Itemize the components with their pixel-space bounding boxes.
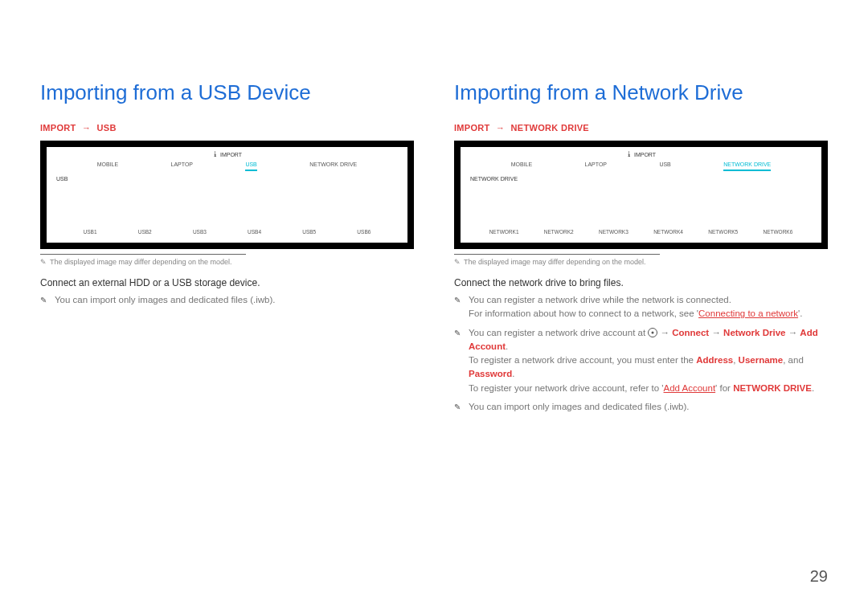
mock-item: USB1: [84, 229, 97, 235]
mock-tab: LAPTOP: [585, 161, 608, 171]
mock-tab: LAPTOP: [171, 161, 194, 171]
mock-tab: USB: [659, 161, 670, 171]
breadcrumb-arrow: →: [496, 123, 505, 133]
body-text: Connect an external HDD or a USB storage…: [40, 277, 414, 288]
download-icon: ⭳: [626, 151, 633, 157]
mock-item: NETWORK2: [544, 229, 574, 235]
mock-tab-active: NETWORK DRIVE: [723, 161, 771, 171]
mock-item: NETWORK3: [599, 229, 628, 235]
note-list: You can register a network drive while t…: [454, 293, 828, 414]
mock-tab: MOBILE: [511, 161, 532, 171]
connecting-to-network-link[interactable]: Connecting to a network: [698, 309, 798, 318]
device-mock-network: ⭳ IMPORT MOBILE LAPTOP USB NETWORK DRIVE…: [454, 141, 828, 249]
left-heading: Importing from a USB Device: [40, 80, 414, 105]
gear-icon: [648, 328, 657, 337]
mock-item: NETWORK1: [489, 229, 519, 235]
breadcrumb-part: USB: [97, 123, 117, 133]
mock-sublabel: NETWORK DRIVE: [461, 173, 821, 182]
left-breadcrumb: IMPORT → USB: [40, 123, 414, 133]
breadcrumb-part: IMPORT: [454, 123, 490, 133]
breadcrumb-arrow: →: [82, 123, 91, 133]
download-icon: ⭳: [212, 151, 219, 157]
pen-icon: ✎: [40, 259, 47, 265]
mock-tabs: MOBILE LAPTOP USB NETWORK DRIVE: [47, 157, 407, 173]
mock-items: USB1 USB2 USB3 USB4 USB5 USB6: [47, 229, 407, 235]
mock-items: NETWORK1 NETWORK2 NETWORK3 NETWORK4 NETW…: [461, 229, 821, 235]
divider: [454, 254, 660, 255]
page-number: 29: [810, 567, 828, 586]
footnote: ✎ The displayed image may differ dependi…: [454, 258, 828, 266]
breadcrumb-part: IMPORT: [40, 123, 76, 133]
mock-import-label: ⭳ IMPORT: [47, 147, 407, 157]
mock-import-label: ⭳ IMPORT: [461, 147, 821, 157]
mock-item: NETWORK6: [763, 229, 792, 235]
device-mock-usb: ⭳ IMPORT MOBILE LAPTOP USB NETWORK DRIVE…: [40, 141, 414, 249]
mock-tab-active: USB: [245, 161, 256, 171]
mock-tab: MOBILE: [97, 161, 118, 171]
right-heading: Importing from a Network Drive: [454, 80, 828, 105]
mock-item: USB4: [248, 229, 261, 235]
pen-icon: ✎: [454, 259, 461, 265]
footnote: ✎ The displayed image may differ dependi…: [40, 258, 414, 266]
note-list: You can import only images and dedicated…: [40, 293, 414, 307]
divider: [40, 254, 246, 255]
note-item: You can import only images and dedicated…: [40, 293, 414, 307]
mock-tabs: MOBILE LAPTOP USB NETWORK DRIVE: [461, 157, 821, 173]
mock-item: USB3: [193, 229, 207, 235]
mock-item: NETWORK5: [708, 229, 738, 235]
mock-sublabel: USB: [47, 173, 407, 182]
right-column: Importing from a Network Drive IMPORT → …: [454, 80, 828, 419]
note-item: You can register a network drive account…: [454, 326, 828, 395]
body-text: Connect the network drive to bring files…: [454, 277, 828, 288]
mock-item: USB2: [138, 229, 152, 235]
mock-tab: NETWORK DRIVE: [309, 161, 357, 171]
left-column: Importing from a USB Device IMPORT → USB…: [40, 80, 414, 419]
mock-item: USB5: [302, 229, 316, 235]
mock-item: USB6: [357, 229, 371, 235]
note-item: You can register a network drive while t…: [454, 293, 828, 321]
mock-item: NETWORK4: [653, 229, 683, 235]
breadcrumb-part: NETWORK DRIVE: [511, 123, 589, 133]
add-account-link[interactable]: Add Account: [664, 383, 716, 393]
note-item: You can import only images and dedicated…: [454, 400, 828, 414]
right-breadcrumb: IMPORT → NETWORK DRIVE: [454, 123, 828, 133]
